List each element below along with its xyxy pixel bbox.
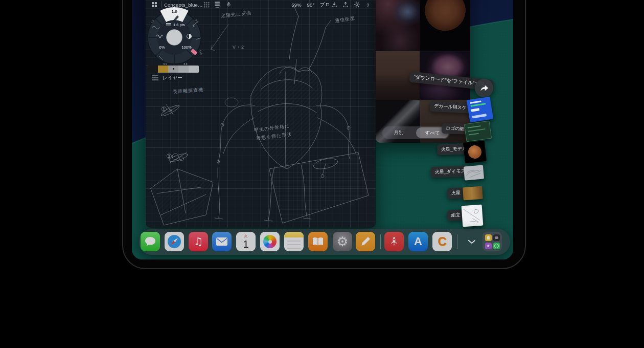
dock-divider-2 bbox=[457, 234, 457, 249]
photos-app-window: 月別 すべて bbox=[376, 0, 470, 143]
share-export-icon bbox=[342, 2, 349, 8]
music-note-icon: ♫ bbox=[194, 235, 203, 248]
dock-app-notes[interactable] bbox=[284, 232, 304, 251]
dock-app-safari[interactable] bbox=[165, 232, 184, 251]
messages-bubble-icon bbox=[144, 236, 156, 247]
help-button[interactable]: ? bbox=[364, 1, 372, 9]
dock-app-mail[interactable] bbox=[212, 232, 232, 251]
concepts-c-icon: C bbox=[438, 234, 446, 249]
layers-label: レイヤー bbox=[163, 75, 182, 81]
swatch-gray[interactable] bbox=[178, 66, 189, 73]
settings-button[interactable] bbox=[353, 1, 360, 9]
svg-text:14.5: 14.5 bbox=[198, 49, 203, 55]
annotation-num1: ① bbox=[161, 105, 168, 113]
app-library-icon: ★ bbox=[485, 234, 500, 249]
swatch-gold[interactable] bbox=[158, 66, 168, 73]
stacked-lines-icon bbox=[214, 1, 220, 8]
calendar-weekday: 火 bbox=[244, 234, 248, 238]
appstore-a-icon: A bbox=[414, 235, 422, 248]
pro-button[interactable]: プロ bbox=[318, 1, 332, 9]
dock: ♫ 火 1 ⚙ bbox=[139, 229, 510, 255]
notes-icon bbox=[284, 232, 304, 251]
import-icon bbox=[331, 2, 337, 8]
dock-app-photos[interactable] bbox=[260, 232, 280, 251]
dock-app-calendar[interactable]: 火 1 bbox=[236, 232, 256, 251]
swatch-black[interactable] bbox=[148, 66, 158, 73]
tool-wheel[interactable]: 1.6 1.3 3.5 14.5 8.9 6.9 1.6 p bbox=[146, 7, 205, 69]
pen-nib-icon bbox=[226, 2, 232, 8]
photos-segmented-control: 月別 すべて bbox=[382, 126, 450, 139]
rocket-icon bbox=[388, 235, 400, 248]
concepts-app-window: 太陽光に変換 通信衛星 V・2 長距離探査機: ① ② 甲虫の外骨格に 着想を得… bbox=[146, 0, 376, 228]
annotation-version: V・2 bbox=[233, 44, 244, 51]
photos-dim-overlay bbox=[376, 0, 470, 143]
dock-app-music[interactable]: ♫ bbox=[189, 232, 208, 251]
export-button[interactable] bbox=[342, 1, 349, 9]
active-size-label: 1.6 bbox=[171, 9, 177, 14]
dock-app-library[interactable]: ★ bbox=[482, 232, 502, 251]
texture-value: 0% bbox=[159, 45, 165, 50]
gear-icon bbox=[354, 2, 360, 8]
menu-icon bbox=[152, 75, 158, 81]
dock-app-concepts[interactable]: C bbox=[432, 232, 452, 251]
drag-label-mars: 火星 bbox=[447, 187, 465, 199]
dock-collapse-button[interactable] bbox=[466, 238, 477, 245]
color-knob[interactable] bbox=[167, 30, 182, 46]
import-button[interactable] bbox=[331, 1, 338, 9]
layers-toggle-button[interactable] bbox=[214, 1, 221, 9]
dock-app-messages[interactable] bbox=[141, 232, 160, 251]
dock-divider-1 bbox=[380, 234, 381, 249]
share-button[interactable] bbox=[475, 79, 493, 97]
dock-app-books[interactable] bbox=[308, 232, 328, 251]
tab-by-month[interactable]: 月別 bbox=[382, 129, 415, 136]
drag-thumb-decal[interactable] bbox=[467, 97, 493, 123]
drag-thumb-logo[interactable] bbox=[464, 121, 492, 142]
drag-thumb-mars-deimos[interactable] bbox=[464, 165, 484, 180]
linea-pen-icon bbox=[359, 235, 372, 248]
ipad-screen: 太陽光に変換 通信衛星 V・2 長距離探査機: ① ② 甲虫の外骨格に 着想を得… bbox=[132, 0, 513, 259]
swatch-lightgray[interactable] bbox=[189, 66, 199, 73]
rotation-value[interactable]: 90° bbox=[304, 1, 317, 9]
safari-compass-icon bbox=[167, 234, 182, 249]
chevron-down-icon bbox=[468, 240, 476, 244]
layers-button[interactable]: レイヤー bbox=[152, 75, 182, 81]
settings-gear-icon: ⚙ bbox=[336, 235, 348, 248]
svg-text:1.6 pts: 1.6 pts bbox=[173, 23, 185, 27]
annotation-num2: ② bbox=[166, 153, 173, 160]
calendar-day: 1 bbox=[243, 238, 248, 250]
selected-swatch-dot bbox=[173, 68, 174, 70]
open-book-icon bbox=[312, 236, 324, 247]
opacity-value: 100% bbox=[181, 45, 192, 50]
drag-thumb-assembly[interactable] bbox=[462, 205, 484, 227]
pen-mode-button[interactable] bbox=[225, 1, 232, 9]
swatch-gray-selected[interactable] bbox=[168, 66, 178, 73]
dock-app-appstore[interactable]: A bbox=[408, 232, 428, 251]
share-arrow-icon bbox=[479, 83, 489, 93]
drag-thumb-mars-model[interactable] bbox=[463, 141, 487, 163]
dock-app-rocket[interactable] bbox=[384, 232, 404, 251]
color-swatch-bar[interactable] bbox=[148, 66, 199, 73]
dock-app-linea[interactable] bbox=[356, 232, 375, 251]
envelope-icon bbox=[216, 237, 228, 246]
zoom-level[interactable]: 59% bbox=[290, 1, 303, 9]
dock-app-settings[interactable]: ⚙ bbox=[333, 232, 352, 251]
drag-thumb-mars[interactable] bbox=[463, 186, 483, 201]
